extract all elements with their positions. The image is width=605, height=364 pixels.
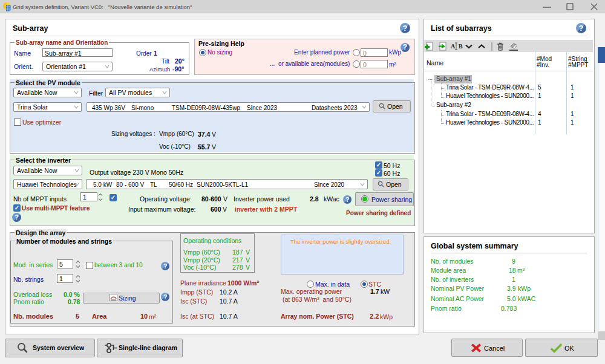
svg-text:A: A: [451, 43, 456, 50]
svg-text:B: B: [459, 43, 463, 50]
